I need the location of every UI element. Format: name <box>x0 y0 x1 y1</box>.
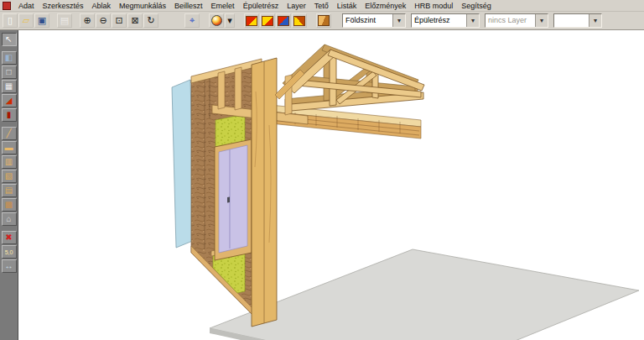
view-flag-red-icon[interactable] <box>244 13 259 28</box>
main-area: ↖ ◧ □ ▦ ◢ ▮ ╱ ▬ ▥ ▧ <box>0 30 644 340</box>
menu-adat[interactable]: Adat <box>14 1 39 11</box>
panel-tool-icon[interactable]: ▧ <box>2 170 17 183</box>
view-3d-tool-icon[interactable]: ◧ <box>2 51 17 65</box>
render-dropdown-icon[interactable]: ▾ <box>225 13 235 28</box>
menu-items: AdatSzerkesztésAblakMegmunkálásBeilleszt… <box>14 1 496 11</box>
wall-tool-icon[interactable]: ▮ <box>2 108 17 122</box>
grid-tool-icon[interactable]: ▦ <box>2 80 17 93</box>
save-icon[interactable]: ▣ <box>34 13 49 28</box>
block-tool-icon[interactable]: ▩ <box>2 198 17 212</box>
render-sphere-icon[interactable] <box>209 13 224 28</box>
toolbar-buttons: ▯ ▱ ▣ ▤ ⊕ ⊖ ⊡ ⊠ ↻ ⌖ <box>3 13 332 28</box>
drawing-canvas[interactable] <box>18 30 644 340</box>
menu-hrb-modul[interactable]: HRB modul <box>410 1 457 11</box>
new-icon[interactable]: ▯ <box>3 13 18 28</box>
zoom-out-icon[interactable]: ⊖ <box>96 13 111 28</box>
refresh-icon[interactable]: ↻ <box>143 13 158 28</box>
storey-combo[interactable]: Földszint ▾ <box>342 13 406 28</box>
menu-megmunkalas[interactable]: Megmunkálás <box>115 1 170 11</box>
beam-tool-icon[interactable]: ▬ <box>2 141 17 154</box>
toolbar-combos: Földszint ▾ Épületrész ▾ nincs Layer ▾ ▾ <box>342 13 607 28</box>
stud-wall-tool-icon[interactable]: ▤ <box>2 184 17 197</box>
extra-combo[interactable]: ▾ <box>553 13 602 28</box>
roof-tool-icon[interactable]: ◢ <box>2 94 17 107</box>
open-icon[interactable]: ▱ <box>18 13 34 28</box>
menu-teto[interactable]: Tető <box>310 1 333 11</box>
combo-dropdown-icon[interactable]: ▾ <box>589 14 601 27</box>
menu-beilleszt[interactable]: Beilleszt <box>170 1 207 11</box>
menu-segitseg[interactable]: Segítség <box>457 1 496 11</box>
menu-layer[interactable]: Layer <box>283 1 310 11</box>
zoom-all-icon[interactable]: ⊠ <box>127 13 143 28</box>
measure-tool-icon[interactable]: ↔ <box>2 259 17 273</box>
zoom-in-icon[interactable]: ⊕ <box>80 13 95 28</box>
wireframe-tool-icon[interactable]: □ <box>2 65 17 79</box>
target-icon[interactable]: ⌖ <box>184 13 200 28</box>
combo-dropdown-icon[interactable]: ▾ <box>535 14 548 27</box>
tool-palette: ↖ ◧ □ ▦ ◢ ▮ ╱ ▬ ▥ ▧ <box>0 30 18 340</box>
hrb-cad-window: { "colors": { "chrome": "#d6d2ca", "left… <box>0 0 644 340</box>
building-part-combo[interactable]: Épületrész ▾ <box>411 13 480 28</box>
combo-dropdown-icon[interactable]: ▾ <box>392 14 405 27</box>
delete-tool-icon[interactable]: ✖ <box>2 231 17 244</box>
window[interactable] <box>215 139 252 260</box>
roof-truss[interactable] <box>283 44 424 111</box>
window-glass <box>219 145 247 253</box>
view-flag-gold-icon[interactable] <box>292 13 307 28</box>
beam-diagonal-tool-icon[interactable]: ╱ <box>2 127 17 140</box>
menu-bar: AdatSzerkesztésAblakMegmunkálásBeilleszt… <box>0 0 644 12</box>
menu-listak[interactable]: Listák <box>333 1 361 11</box>
menu-szerkesztes[interactable]: Szerkesztés <box>39 1 88 11</box>
combo-dropdown-icon[interactable]: ▾ <box>466 14 479 27</box>
view-flag-blue-icon[interactable] <box>276 13 291 28</box>
app-icon <box>3 2 11 10</box>
dimension-tool-icon[interactable]: 5,0 <box>2 245 17 259</box>
print-icon[interactable]: ▤ <box>57 13 72 28</box>
menu-emelet[interactable]: Emelet <box>207 1 239 11</box>
main-toolbar: ▯ ▱ ▣ ▤ ⊕ ⊖ ⊡ ⊠ ↻ ⌖ <box>0 12 644 30</box>
frame-tool-icon[interactable]: ▥ <box>2 155 17 169</box>
model-canvas[interactable] <box>18 30 644 340</box>
view-flag-yellow-icon[interactable] <box>260 13 275 28</box>
window-handle <box>227 197 230 203</box>
layer-combo[interactable]: nincs Layer ▾ <box>485 13 548 28</box>
menu-ablak[interactable]: Ablak <box>88 1 116 11</box>
house-tool-icon[interactable]: ⌂ <box>2 212 17 226</box>
menu-elozmenyek[interactable]: Előzmények <box>361 1 410 11</box>
perspective-box-icon[interactable] <box>316 13 331 28</box>
menu-epuletresz[interactable]: Épületrész <box>239 1 283 11</box>
select-tool-icon[interactable]: ↖ <box>2 33 17 46</box>
zoom-window-icon[interactable]: ⊡ <box>112 13 127 28</box>
